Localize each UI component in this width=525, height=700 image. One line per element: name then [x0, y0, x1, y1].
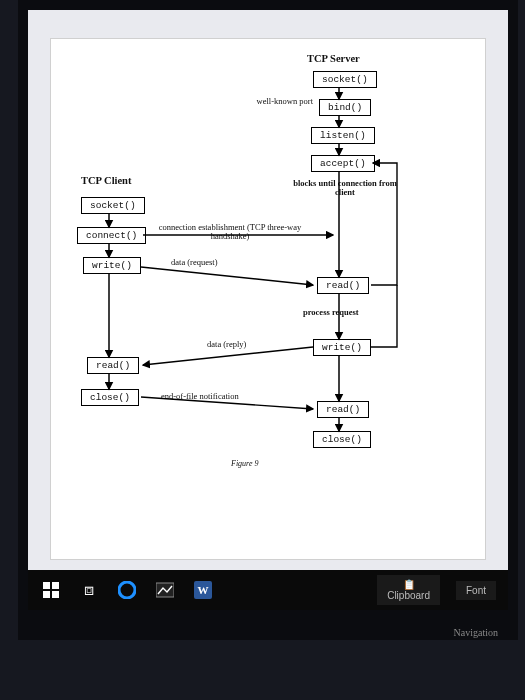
annot-data-req: data (request)	[171, 257, 218, 267]
svg-point-19	[119, 582, 135, 598]
box-server-write: write()	[313, 339, 371, 356]
box-server-close: close()	[313, 431, 371, 448]
box-client-connect: connect()	[77, 227, 146, 244]
box-client-write: write()	[83, 257, 141, 274]
flow-arrows	[51, 39, 485, 559]
box-server-listen: listen()	[311, 127, 375, 144]
box-server-accept: accept()	[311, 155, 375, 172]
document-page: TCP Server TCP Client socket() bind() li…	[50, 38, 486, 560]
svg-rect-17	[43, 591, 50, 598]
annot-data-reply: data (reply)	[207, 339, 246, 349]
navigation-label: Navigation	[454, 627, 498, 638]
desktop-screen: TCP Server TCP Client socket() bind() li…	[28, 10, 508, 570]
annot-wellknown: well-known port	[255, 97, 313, 106]
taskbar[interactable]: ⧈ W 📋 Clipboard Font	[28, 570, 508, 610]
figure-caption: Figure 9	[231, 459, 258, 468]
font-label: Font	[466, 585, 486, 596]
annot-blocks: blocks until connection from client	[285, 179, 405, 198]
box-server-read2: read()	[317, 401, 369, 418]
box-client-read: read()	[87, 357, 139, 374]
edge-icon[interactable]	[116, 579, 138, 601]
tcp-client-title: TCP Client	[81, 175, 131, 186]
box-client-close: close()	[81, 389, 139, 406]
box-server-read1: read()	[317, 277, 369, 294]
svg-rect-15	[43, 582, 50, 589]
ribbon-font-group[interactable]: Font	[456, 581, 496, 600]
tcp-server-title: TCP Server	[307, 53, 360, 64]
svg-rect-16	[52, 582, 59, 589]
image-app-icon[interactable]	[154, 579, 176, 601]
clipboard-icon: 📋	[403, 579, 415, 590]
svg-text:W: W	[198, 584, 209, 596]
annot-eof: end-of-file notification	[161, 391, 239, 401]
box-server-socket: socket()	[313, 71, 377, 88]
svg-line-13	[143, 347, 313, 365]
ribbon-clipboard-group[interactable]: 📋 Clipboard	[377, 575, 440, 605]
windows-start-icon[interactable]	[40, 579, 62, 601]
box-server-bind: bind()	[319, 99, 371, 116]
box-client-socket: socket()	[81, 197, 145, 214]
annot-process: process request	[303, 307, 359, 317]
annot-conn-est: connection establishment (TCP three-way …	[155, 223, 305, 242]
dropbox-icon[interactable]: ⧈	[78, 579, 100, 601]
svg-rect-18	[52, 591, 59, 598]
svg-line-12	[141, 267, 313, 285]
word-icon[interactable]: W	[192, 579, 214, 601]
monitor-bezel: TCP Server TCP Client socket() bind() li…	[18, 0, 518, 640]
clipboard-label: Clipboard	[387, 590, 430, 601]
